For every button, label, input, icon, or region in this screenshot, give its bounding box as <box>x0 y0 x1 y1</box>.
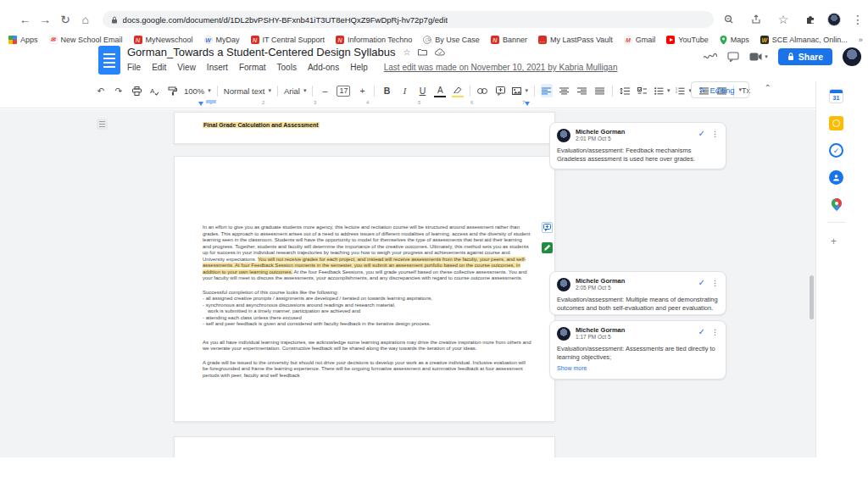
spellcheck-icon[interactable]: A <box>148 84 160 97</box>
comment-history-icon[interactable] <box>727 52 739 62</box>
italic-button[interactable]: I <box>398 84 410 97</box>
print-icon[interactable] <box>131 84 142 97</box>
bookmark-information-techno[interactable]: NInformation Techno <box>336 36 412 44</box>
share-button[interactable]: Share <box>778 48 832 65</box>
add-comment-icon[interactable] <box>494 84 506 97</box>
bookmark-mynewschool[interactable]: NMyNewschool <box>134 36 193 44</box>
resolve-comment-icon[interactable]: ✓ <box>698 129 705 138</box>
align-left-button[interactable] <box>541 84 553 97</box>
docs-account-avatar[interactable] <box>843 47 861 66</box>
redo-icon[interactable]: ↷ <box>113 84 125 97</box>
insert-image-button[interactable]: ▾ <box>512 87 528 95</box>
resolve-comment-icon[interactable]: ✓ <box>698 278 705 287</box>
paragraph-style-select[interactable]: Normal text▾ <box>224 86 271 96</box>
left-indent-marker[interactable] <box>198 102 203 106</box>
tasks-icon[interactable]: ✓ <box>829 143 843 158</box>
zoom-out-icon[interactable] <box>719 9 739 30</box>
address-bar[interactable]: docs.google.com/document/d/1DL2bvPSHY-BF… <box>103 11 714 28</box>
browser-profile-avatar[interactable] <box>827 13 841 26</box>
body-text[interactable]: In an effort to give you as graduate stu… <box>203 225 531 386</box>
text-color-button[interactable]: A <box>434 84 446 97</box>
bookmarks-overflow-icon[interactable]: » <box>859 36 863 44</box>
document-canvas[interactable]: Final Grade Calculation and Assessment I… <box>0 109 815 458</box>
align-right-button[interactable] <box>576 84 588 97</box>
align-center-button[interactable] <box>559 84 570 97</box>
ruler[interactable]: 1 2 3 4 5 6 7 <box>0 100 815 108</box>
star-document-icon[interactable]: ☆ <box>403 47 411 57</box>
comment-menu-icon[interactable]: ⋮ <box>711 328 719 336</box>
keep-icon[interactable] <box>829 116 843 130</box>
bookmark-youtube[interactable]: YouTube <box>666 36 708 44</box>
comment-card[interactable]: Michele Gorman 2:01 PM Oct 5 ✓ ⋮ Evaluat… <box>549 122 726 169</box>
menu-format[interactable]: Format <box>239 63 266 72</box>
line-spacing-icon[interactable] <box>619 84 631 97</box>
calendar-icon[interactable]: 31 <box>829 89 843 103</box>
right-indent-marker[interactable] <box>525 102 530 106</box>
comment-menu-icon[interactable]: ⋮ <box>711 279 719 287</box>
page-1[interactable]: Final Grade Calculation and Assessment <box>174 112 555 144</box>
align-justify-button[interactable] <box>594 84 606 97</box>
share-page-icon[interactable] <box>746 9 766 30</box>
back-icon[interactable]: ← <box>15 9 36 30</box>
bulleted-list-button[interactable]: ▾ <box>654 87 670 95</box>
vertical-scrollbar[interactable] <box>810 275 814 319</box>
editing-mode-button[interactable]: ✎ Editing ▾ <box>691 81 749 98</box>
comment-card[interactable]: Michele Gorman 1:17 PM Oct 5 ✓ ⋮ Evaluat… <box>549 320 726 380</box>
menu-view[interactable]: View <box>177 63 196 72</box>
menu-help[interactable]: Help <box>350 63 368 72</box>
extensions-icon[interactable] <box>800 9 821 30</box>
checklist-icon[interactable] <box>637 84 648 97</box>
comment-card[interactable]: Michele Gorman 2:05 PM Oct 5 ✓ ⋮ Evaluat… <box>549 271 726 315</box>
page-3[interactable] <box>174 436 555 458</box>
show-more-link[interactable]: Show more <box>557 365 719 371</box>
menu-insert[interactable]: Insert <box>207 63 228 72</box>
document-outline-icon[interactable] <box>97 119 108 130</box>
undo-icon[interactable]: ↶ <box>95 84 107 97</box>
suggest-image-margin-icon[interactable] <box>542 242 553 253</box>
comment-menu-icon[interactable]: ⋮ <box>711 130 719 138</box>
bookmark-apps[interactable]: Apps <box>8 36 38 44</box>
google-docs-icon[interactable] <box>98 46 120 75</box>
add-comment-margin-icon[interactable] <box>542 222 553 233</box>
join-call-button[interactable]: ▾ <box>749 53 768 61</box>
menu-addons[interactable]: Add-ons <box>308 63 339 72</box>
activity-icon[interactable] <box>704 53 717 61</box>
section-heading[interactable]: Final Grade Calculation and Assessment <box>203 122 320 128</box>
numbered-list-button[interactable]: 12 ▾ <box>676 87 692 95</box>
bookmark-new-school-email[interactable]: ✉New School Email <box>49 36 123 44</box>
maps-icon[interactable] <box>829 197 843 212</box>
bookmark-gmail[interactable]: MGmail <box>624 36 656 44</box>
move-folder-icon[interactable] <box>418 48 427 56</box>
paragraph-1[interactable]: In an effort to give you as graduate stu… <box>203 225 531 282</box>
menu-edit[interactable]: Edit <box>152 63 166 72</box>
bookmark-banner[interactable]: NBanner <box>491 36 527 44</box>
resolve-comment-icon[interactable]: ✓ <box>698 327 705 336</box>
contacts-icon[interactable] <box>829 170 843 185</box>
bookmark-myday[interactable]: WMyDay <box>204 36 240 44</box>
zoom-select[interactable]: 100%▾ <box>184 86 211 96</box>
bold-button[interactable]: B <box>381 84 392 97</box>
paint-format-icon[interactable] <box>166 84 178 97</box>
page-2[interactable]: In an effort to give you as graduate stu… <box>174 156 555 422</box>
hide-menus-button[interactable]: ⌃ <box>765 83 771 92</box>
home-icon[interactable]: ⌂ <box>75 9 96 30</box>
underline-button[interactable]: U <box>416 84 428 97</box>
font-select[interactable]: Arial▾ <box>284 86 307 96</box>
bookmark-lastpass[interactable]: …My LastPass Vault <box>538 36 613 44</box>
last-edit-link[interactable]: Last edit was made on November 10, 2021 … <box>384 63 618 72</box>
forward-icon[interactable]: → <box>35 9 55 30</box>
ssl-lock-icon[interactable] <box>111 16 118 24</box>
highlight-color-button[interactable] <box>452 84 464 97</box>
paragraph-2[interactable]: Successful completion of this course loo… <box>203 290 531 328</box>
bookmark-sce-almanac[interactable]: WSCE Almanac, Onlin... <box>760 36 848 44</box>
bookmark-star-icon[interactable]: ☆ <box>773 9 793 30</box>
reload-icon[interactable]: ↻ <box>55 9 75 30</box>
browser-menu-icon[interactable]: ⋮ <box>848 9 868 30</box>
font-size-decrease-button[interactable]: – <box>319 84 331 97</box>
insert-link-icon[interactable] <box>476 84 488 97</box>
font-size-input[interactable]: 17 <box>337 86 350 97</box>
bookmark-maps[interactable]: Maps <box>720 36 749 45</box>
bookmark-by-use-case[interactable]: ◷By Use Case <box>423 36 480 44</box>
menu-file[interactable]: File <box>127 63 141 72</box>
font-size-increase-button[interactable]: + <box>356 84 368 97</box>
